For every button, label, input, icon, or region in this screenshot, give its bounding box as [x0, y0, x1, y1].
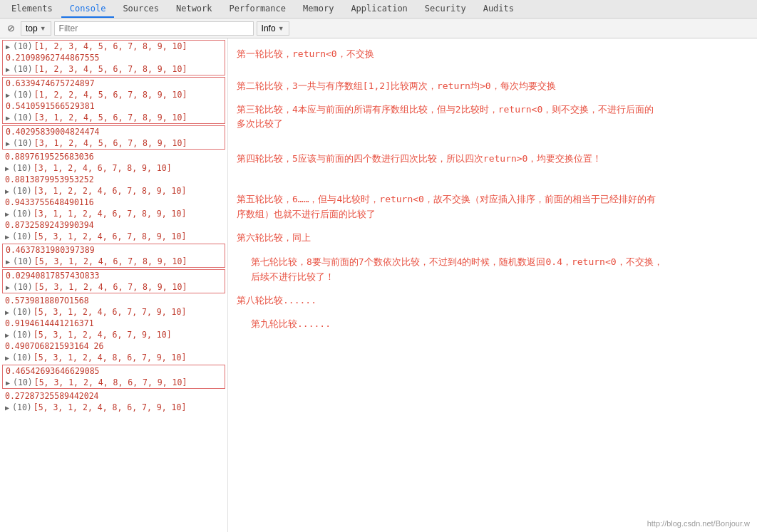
- watermark: http://blog.csdn.net/Bonjour.w: [647, 519, 750, 528]
- tab-bar: Elements Console Sources Network Perform…: [0, 0, 757, 19]
- clear-button[interactable]: ⊘: [4, 21, 18, 35]
- tab-security[interactable]: Security: [416, 1, 475, 18]
- entry-line: ▶ (10) [5, 3, 1, 2, 4, 8, 6, 7, 9, 10]: [2, 402, 225, 413]
- annotation-1: 第一轮比较，return<0，不交换: [237, 47, 748, 62]
- entry-plain: 0.46542693646629085: [3, 365, 225, 377]
- entry-group-2: 0.6339474675724897 ▶ (10) [1, 2, 2, 4, 5…: [2, 77, 225, 124]
- expand-arrow[interactable]: ▶: [5, 308, 9, 316]
- context-label: top: [26, 24, 38, 33]
- annotation-text-9: 第九轮比较......: [237, 317, 748, 332]
- entry-plain: 0.9194614441216371: [2, 318, 225, 329]
- annotation-3: 第三轮比较，4本应与前面的所谓有序数组比较，但与2比较时，return<0，则不…: [237, 103, 748, 132]
- entry-plain: 0.5410591566529381: [3, 100, 225, 112]
- entry-plain: 0.8732589243990394: [2, 219, 225, 231]
- entry-plain: 0.6339474675724897: [3, 78, 225, 89]
- tab-sources[interactable]: Sources: [114, 1, 168, 18]
- entry-line: ▶ (10) [1, 2, 3, 4, 5, 6, 7, 8, 9, 10]: [3, 41, 225, 52]
- annotation-text-3: 第三轮比较，4本应与前面的所谓有序数组比较，但与2比较时，return<0，则不…: [237, 103, 748, 132]
- expand-arrow[interactable]: ▶: [6, 114, 10, 122]
- expand-arrow[interactable]: ▶: [6, 140, 10, 147]
- entry-line: ▶ (10) [5, 3, 1, 2, 4, 6, 7, 8, 9, 10]: [3, 281, 225, 293]
- entry-line: ▶ (10) [5, 3, 1, 2, 4, 6, 7, 7, 9, 10]: [2, 306, 225, 318]
- annotation-text-1: 第一轮比较，return<0，不交换: [237, 47, 748, 62]
- expand-arrow[interactable]: ▶: [6, 91, 10, 99]
- entry-line: ▶ (10) [1, 2, 3, 4, 5, 6, 7, 8, 9, 10]: [3, 63, 225, 75]
- console-toolbar: ⊘ top ▼ Info ▼: [0, 19, 757, 38]
- annotation-text-8: 第八轮比较......: [237, 293, 748, 308]
- entry-group-6: 0.0294081785743O833 ▶ (10) [5, 3, 1, 2, …: [2, 269, 225, 293]
- expand-arrow[interactable]: ▶: [5, 210, 9, 218]
- annotation-text-5: 第五轮比较，6……，但与4比较时，return<0，故不交换（对应插入排序，前面…: [237, 192, 748, 222]
- entry-line: ▶ (10) [3, 1, 2, 4, 5, 6, 7, 8, 9, 10]: [3, 137, 225, 149]
- annotation-text-2: 第二轮比较，3一共与有序数组[1,2]比较两次，return均>0，每次均要交换: [237, 79, 748, 94]
- expand-arrow[interactable]: ▶: [6, 283, 10, 291]
- expand-arrow[interactable]: ▶: [6, 379, 10, 387]
- entry-group-1: ▶ (10) [1, 2, 3, 4, 5, 6, 7, 8, 9, 10] 0…: [2, 40, 225, 75]
- entry-line: ▶ (10) [5, 3, 1, 2, 4, 6, 7, 8, 9, 10]: [2, 231, 225, 242]
- entry-group-9: 0.27287325589442024 ▶ (10) [5, 3, 1, 2, …: [2, 390, 225, 413]
- entry-line: ▶ (10) [3, 1, 1, 2, 4, 6, 7, 8, 9, 10]: [2, 208, 225, 219]
- tab-memory[interactable]: Memory: [294, 1, 342, 18]
- expand-arrow[interactable]: ▶: [5, 331, 9, 339]
- entry-line: ▶ (10) [5, 3, 1, 2, 4, 8, 6, 7, 9, 10]: [2, 352, 225, 363]
- context-dropdown-arrow: ▼: [40, 25, 46, 32]
- level-dropdown[interactable]: Info ▼: [257, 21, 289, 36]
- expand-arrow[interactable]: ▶: [6, 43, 10, 51]
- expand-arrow[interactable]: ▶: [5, 165, 9, 172]
- entry-line: ▶ (10) [5, 3, 1, 2, 4, 6, 7, 8, 9, 10]: [3, 256, 225, 267]
- expand-arrow[interactable]: ▶: [5, 354, 9, 362]
- entry-group-8: 0.46542693646629085 ▶ (10) [5, 3, 1, 2, …: [2, 365, 225, 389]
- annotation-text-7: 第七轮比较，8要与前面的7个数依次比较，不过到4的时候，随机数返回0.4，ret…: [237, 255, 748, 285]
- console-log-panel: ▶ (10) [1, 2, 3, 4, 5, 6, 7, 8, 9, 10] 0…: [0, 38, 228, 532]
- filter-input[interactable]: [54, 21, 254, 36]
- expand-arrow[interactable]: ▶: [5, 404, 9, 412]
- entry-plain: 0.27287325589442024: [2, 390, 225, 402]
- tab-network[interactable]: Network: [168, 1, 221, 18]
- annotation-text-4: 第四轮比较，5应该与前面的四个数进行四次比较，所以四次return>0，均要交换…: [237, 152, 748, 167]
- entry-group-7: 0.5739818807O1568 ▶ (10) [5, 3, 1, 2, 4,…: [2, 295, 225, 363]
- expand-arrow[interactable]: ▶: [6, 258, 10, 266]
- entry-plain: 0.21098962744867555: [3, 52, 225, 63]
- level-label: Info: [262, 24, 276, 33]
- entry-plain: 0.4637831980397389: [3, 244, 225, 256]
- entry-line: ▶ (10) [1, 2, 2, 4, 5, 6, 7, 8, 9, 10]: [3, 89, 225, 100]
- level-dropdown-arrow: ▼: [278, 25, 284, 32]
- annotation-panel: 第一轮比较，return<0，不交换 第二轮比较，3一共与有序数组[1,2]比较…: [228, 38, 757, 532]
- annotation-8: 第八轮比较......: [237, 293, 748, 308]
- console-body: ▶ (10) [1, 2, 3, 4, 5, 6, 7, 8, 9, 10] 0…: [0, 38, 757, 532]
- annotation-6: 第六轮比较，同上: [237, 231, 748, 246]
- entry-plain: 0.8813879953953252: [2, 174, 225, 185]
- tab-console[interactable]: Console: [61, 1, 115, 18]
- annotation-9: 第九轮比较......: [237, 317, 748, 332]
- entry-plain: 0.9433755648490116: [2, 197, 225, 208]
- tab-audits[interactable]: Audits: [475, 1, 522, 18]
- entry-plain: 0.0294081785743O833: [3, 270, 225, 281]
- entry-plain: 0.40295839004824474: [3, 126, 225, 137]
- annotation-5: 第五轮比较，6……，但与4比较时，return<0，故不交换（对应插入排序，前面…: [237, 192, 748, 222]
- entry-group-5: 0.4637831980397389 ▶ (10) [5, 3, 1, 2, 4…: [2, 244, 225, 268]
- expand-arrow[interactable]: ▶: [6, 66, 10, 73]
- annotation-7: 第七轮比较，8要与前面的7个数依次比较，不过到4的时候，随机数返回0.4，ret…: [237, 255, 748, 285]
- annotation-2: 第二轮比较，3一共与有序数组[1,2]比较两次，return均>0，每次均要交换: [237, 79, 748, 94]
- entry-plain: 0.8897619525683036: [2, 151, 225, 162]
- tab-performance[interactable]: Performance: [221, 1, 294, 18]
- annotation-4: 第四轮比较，5应该与前面的四个数进行四次比较，所以四次return>0，均要交换…: [237, 152, 748, 167]
- expand-arrow[interactable]: ▶: [5, 187, 9, 195]
- tab-application[interactable]: Application: [342, 1, 416, 18]
- annotation-text-6: 第六轮比较，同上: [237, 231, 748, 246]
- entry-line: ▶ (10) [5, 3, 1, 2, 4, 8, 6, 7, 9, 10]: [3, 377, 225, 388]
- entry-plain: 0.4907O6821593164 26: [2, 340, 225, 352]
- entry-line: ▶ (10) [3, 1, 2, 4, 5, 6, 7, 8, 9, 10]: [3, 112, 225, 123]
- expand-arrow[interactable]: ▶: [5, 233, 9, 241]
- entry-line: ▶ (10) [3, 1, 2, 4, 6, 7, 8, 9, 10]: [2, 162, 225, 174]
- tab-elements[interactable]: Elements: [3, 1, 61, 18]
- entry-line: ▶ (10) [3, 1, 2, 2, 4, 6, 7, 8, 9, 10]: [2, 185, 225, 197]
- context-dropdown[interactable]: top ▼: [21, 21, 51, 36]
- entry-group-3: 0.40295839004824474 ▶ (10) [3, 1, 2, 4, …: [2, 125, 225, 150]
- entry-line: ▶ (10) [5, 3, 1, 2, 4, 6, 7, 9, 10]: [2, 329, 225, 340]
- entry-group-4: 0.8897619525683036 ▶ (10) [3, 1, 2, 4, 6…: [2, 151, 225, 242]
- entry-plain: 0.5739818807O1568: [2, 295, 225, 306]
